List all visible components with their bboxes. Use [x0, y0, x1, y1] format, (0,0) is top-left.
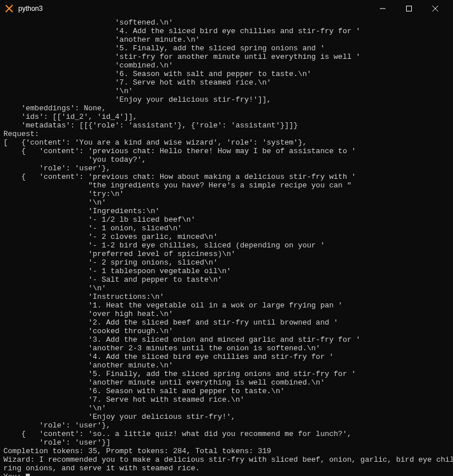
terminal-line: '\n': [3, 404, 450, 413]
window-controls: [369, 0, 448, 17]
terminal-line: '2. Add the sliced beef and stir-fry unt…: [3, 318, 450, 327]
terminal-line: 'over high heat.\n': [3, 310, 450, 318]
terminal-line: 'role': 'user'},: [3, 421, 450, 430]
terminal-line: '- 1-2 bird eye chillies, sliced (depend…: [3, 241, 450, 250]
terminal-line: ring onions, and serve it with steamed r…: [3, 464, 450, 473]
terminal-line: "the ingredients you have? Here's a simp…: [3, 181, 450, 190]
terminal-line: 'embeddings': None,: [3, 104, 450, 113]
window-title: python3: [18, 5, 43, 13]
terminal-line: '\n': [3, 284, 450, 293]
terminal-line: 'cooked through.\n': [3, 327, 450, 335]
terminal-line: 'metadatas': [[{'role': 'assistant'}, {'…: [3, 121, 450, 130]
terminal-line: [ {'content': 'You are a kind and wise w…: [3, 138, 450, 147]
terminal-line: Wizard: I recommended you to make a deli…: [3, 455, 450, 464]
terminal-prompt[interactable]: You:: [3, 473, 450, 476]
window-titlebar: python3: [0, 0, 453, 17]
terminal-line: '7. Serve hot with steamed rice.\n': [3, 395, 450, 404]
terminal-line: 'Instructions:\n': [3, 293, 450, 301]
terminal-line: 'another minute until everything is well…: [3, 378, 450, 387]
terminal-line: '5. Finally, add the sliced spring onion…: [3, 44, 450, 53]
svg-rect-1: [407, 6, 412, 11]
terminal-line: 'stir-fry for another minute until every…: [3, 53, 450, 61]
terminal-line: '4. Add the sliced bird eye chillies and…: [3, 27, 450, 35]
terminal-line: 'another minute.\n': [3, 35, 450, 44]
terminal-line: '4. Add the sliced bird eye chillies and…: [3, 353, 450, 361]
terminal-line: '- 2 cloves garlic, minced\n': [3, 233, 450, 241]
terminal-icon: [5, 4, 14, 13]
cursor: [26, 474, 30, 476]
terminal-line: 'Ingredients:\n': [3, 207, 450, 215]
terminal-line: 'another minute.\n': [3, 361, 450, 370]
terminal-line: '3. Add the sliced onion and minced garl…: [3, 335, 450, 344]
terminal-line: 'combined.\n': [3, 61, 450, 70]
terminal-line: 'ids': [['id_2', 'id_4']],: [3, 113, 450, 121]
terminal-line: 'another 2-3 minutes until the onion is …: [3, 344, 450, 353]
terminal-line: '- 1 onion, sliced\n': [3, 224, 450, 233]
terminal-line: 'Enjoy your delicious stir-fry!',: [3, 413, 450, 421]
terminal-line: '6. Season with salt and pepper to taste…: [3, 387, 450, 395]
terminal-line: '- Salt and pepper to taste\n': [3, 275, 450, 284]
terminal-line: { 'content': 'so.. a little quiz! what d…: [3, 430, 450, 438]
terminal-line: 'role': 'user'}]: [3, 438, 450, 447]
terminal-output[interactable]: 'softened.\n' '4. Add the sliced bird ey…: [0, 17, 453, 476]
terminal-line: '\n': [3, 87, 450, 95]
terminal-line: '1. Heat the vegetable oil in a wok or l…: [3, 301, 450, 310]
terminal-line: 'you today?',: [3, 155, 450, 164]
terminal-line: '7. Serve hot with steamed rice.\n': [3, 78, 450, 87]
terminal-line: Request:: [3, 130, 450, 138]
terminal-line: '6. Season with salt and pepper to taste…: [3, 70, 450, 78]
terminal-line: 'Enjoy your delicious stir-fry!']],: [3, 95, 450, 104]
maximize-button[interactable]: [396, 0, 422, 17]
terminal-line: { 'content': 'previous chat: How about m…: [3, 173, 450, 181]
terminal-line: 'try:\n': [3, 190, 450, 198]
close-button[interactable]: [422, 0, 448, 17]
terminal-line: 'role': 'user'},: [3, 164, 450, 173]
terminal-line: '- 2 spring onions, sliced\n': [3, 258, 450, 267]
terminal-line: { 'content': 'previous chat: Hello there…: [3, 147, 450, 155]
minimize-button[interactable]: [369, 0, 396, 17]
terminal-line: 'softened.\n': [3, 18, 450, 27]
terminal-line: '- 1/2 lb sliced beef\n': [3, 215, 450, 224]
terminal-line: '\n': [3, 198, 450, 207]
terminal-line: '5. Finally, add the sliced spring onion…: [3, 370, 450, 378]
terminal-line: Completion tokens: 35, Prompt tokens: 28…: [3, 447, 450, 455]
terminal-line: '- 1 tablespoon vegetable oil\n': [3, 267, 450, 275]
terminal-line: 'preferred level of spiciness)\n': [3, 250, 450, 258]
